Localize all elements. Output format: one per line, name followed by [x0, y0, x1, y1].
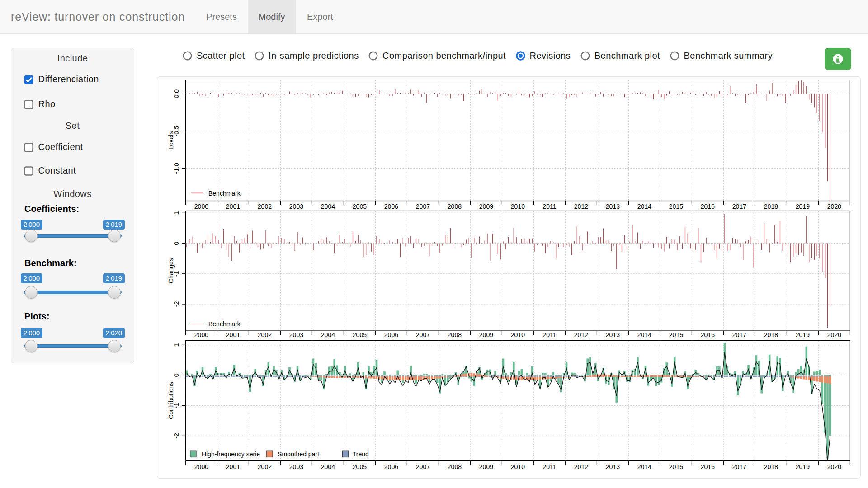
svg-text:2012: 2012: [574, 331, 588, 338]
svg-text:2006: 2006: [384, 331, 398, 338]
svg-text:1: 1: [173, 211, 180, 215]
svg-text:2000: 2000: [194, 331, 208, 338]
svg-text:2019: 2019: [796, 331, 810, 338]
svg-text:0: 0: [173, 373, 180, 377]
svg-text:2009: 2009: [479, 463, 493, 470]
svg-text:Benchmark: Benchmark: [208, 190, 241, 197]
svg-text:2005: 2005: [353, 331, 367, 338]
svg-text:2012: 2012: [574, 203, 588, 210]
svg-text:Changes: Changes: [167, 258, 175, 283]
svg-text:2020: 2020: [827, 331, 841, 338]
svg-text:2002: 2002: [258, 203, 272, 210]
svg-text:2020: 2020: [827, 203, 841, 210]
svg-text:2004: 2004: [321, 463, 335, 470]
svg-text:-1.0: -1.0: [173, 163, 180, 174]
svg-text:2014: 2014: [637, 463, 651, 470]
svg-text:2008: 2008: [448, 203, 462, 210]
svg-text:0.0: 0.0: [173, 89, 180, 99]
svg-text:2010: 2010: [511, 463, 525, 470]
svg-text:2002: 2002: [258, 463, 272, 470]
svg-text:2003: 2003: [289, 331, 303, 338]
svg-text:2001: 2001: [226, 331, 240, 338]
svg-text:2019: 2019: [796, 463, 810, 470]
svg-text:2006: 2006: [384, 203, 398, 210]
svg-text:2010: 2010: [511, 331, 525, 338]
svg-text:2011: 2011: [542, 463, 556, 470]
svg-text:2000: 2000: [194, 463, 208, 470]
svg-text:2017: 2017: [732, 331, 746, 338]
svg-text:1: 1: [173, 343, 180, 347]
svg-text:Benchmark: Benchmark: [208, 320, 241, 328]
svg-text:2006: 2006: [384, 463, 398, 470]
svg-text:2007: 2007: [416, 203, 430, 210]
svg-text:2004: 2004: [321, 331, 335, 338]
svg-text:2013: 2013: [606, 331, 620, 338]
svg-text:Trend: Trend: [353, 450, 369, 458]
svg-text:High-frequency serie: High-frequency serie: [202, 450, 260, 458]
svg-text:2016: 2016: [701, 203, 715, 210]
svg-text:2009: 2009: [479, 331, 493, 338]
svg-text:2015: 2015: [669, 463, 683, 470]
svg-text:2013: 2013: [606, 203, 620, 210]
svg-text:2018: 2018: [764, 203, 778, 210]
svg-text:2011: 2011: [542, 331, 556, 338]
svg-text:2009: 2009: [479, 203, 493, 210]
svg-text:2002: 2002: [258, 331, 272, 338]
svg-text:2007: 2007: [416, 331, 430, 338]
svg-text:2015: 2015: [669, 331, 683, 338]
svg-text:2004: 2004: [321, 203, 335, 210]
svg-text:2012: 2012: [574, 463, 588, 470]
svg-text:2008: 2008: [448, 331, 462, 338]
svg-text:Levels: Levels: [167, 131, 175, 150]
svg-text:2001: 2001: [226, 203, 240, 210]
svg-text:2017: 2017: [732, 203, 746, 210]
svg-text:2010: 2010: [511, 203, 525, 210]
svg-text:2008: 2008: [448, 463, 462, 470]
svg-text:2003: 2003: [289, 463, 303, 470]
svg-text:2014: 2014: [637, 331, 651, 338]
svg-text:2018: 2018: [764, 463, 778, 470]
svg-text:Contributions: Contributions: [167, 382, 175, 419]
svg-text:2020: 2020: [827, 463, 841, 470]
svg-text:2015: 2015: [669, 203, 683, 210]
svg-text:2000: 2000: [194, 203, 208, 210]
svg-text:2007: 2007: [416, 463, 430, 470]
svg-text:2019: 2019: [796, 203, 810, 210]
svg-text:-2: -2: [173, 433, 180, 439]
svg-text:2001: 2001: [226, 463, 240, 470]
svg-text:2005: 2005: [353, 463, 367, 470]
svg-text:2018: 2018: [764, 331, 778, 338]
svg-text:2017: 2017: [732, 463, 746, 470]
svg-text:2016: 2016: [701, 331, 715, 338]
svg-text:Smoothed part: Smoothed part: [278, 450, 319, 458]
svg-text:2014: 2014: [637, 203, 651, 210]
svg-text:2011: 2011: [542, 203, 556, 210]
svg-text:2013: 2013: [606, 463, 620, 470]
svg-text:2016: 2016: [701, 463, 715, 470]
svg-text:-2: -2: [173, 301, 180, 307]
svg-text:0: 0: [173, 241, 180, 245]
svg-text:2003: 2003: [289, 203, 303, 210]
svg-text:2005: 2005: [353, 203, 367, 210]
